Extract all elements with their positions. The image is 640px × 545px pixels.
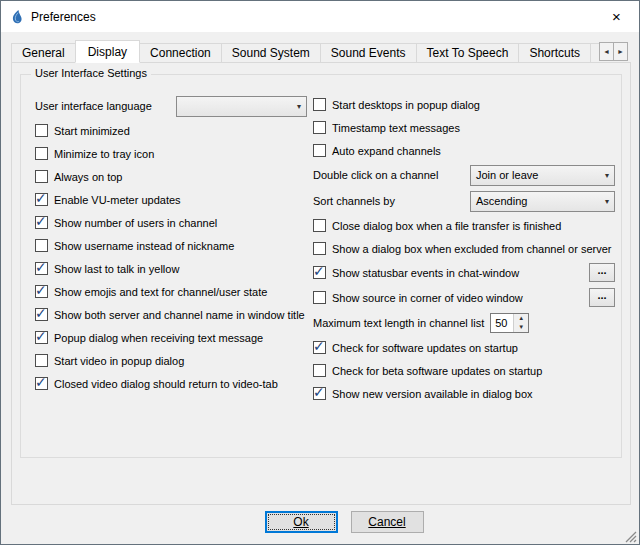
checkbox-icon[interactable] [35, 124, 48, 137]
checkbox-video-source-corner[interactable]: Show source in corner of video window ..… [313, 285, 615, 310]
checkbox-label: Check for beta software updates on start… [332, 365, 542, 377]
checkbox-icon[interactable] [313, 144, 326, 157]
checkbox-show-new-version[interactable]: Show new version available in dialog box [313, 382, 615, 405]
checkbox-icon[interactable] [313, 266, 326, 279]
max-text-length-row: Maximum text length in channel list 50 ▲… [313, 310, 615, 336]
checkbox-icon[interactable] [35, 377, 48, 390]
checkbox-icon[interactable] [35, 170, 48, 183]
checkbox-start-desktops-popup[interactable]: Start desktops in popup dialog [313, 93, 615, 116]
checkbox-icon[interactable] [313, 387, 326, 400]
arrow-left-icon: ◄ [603, 48, 610, 55]
tab-scroll-right-button[interactable]: ► [613, 42, 628, 61]
double-click-combobox-value: Join or leave [476, 169, 538, 181]
checkbox-icon[interactable] [313, 341, 326, 354]
spinner-arrows: ▲ ▼ [513, 314, 528, 332]
checkbox-excluded-dialog[interactable]: Show a dialog box when excluded from cha… [313, 237, 615, 260]
checkbox-icon[interactable] [35, 262, 48, 275]
video-source-config-button[interactable]: ... [589, 288, 615, 307]
checkbox-minimize-to-tray[interactable]: Minimize to tray icon [35, 142, 307, 165]
close-icon: × [612, 8, 621, 25]
cancel-button[interactable]: Cancel [351, 511, 424, 533]
checkbox-check-updates[interactable]: Check for software updates on startup [313, 336, 615, 359]
tab-general[interactable]: General [11, 43, 76, 63]
left-column: User interface language ▾ Start minimize… [35, 93, 307, 395]
arrow-right-icon: ► [617, 48, 624, 55]
group-title: User Interface Settings [31, 67, 151, 79]
checkbox-server-channel-title[interactable]: Show both server and channel name in win… [35, 303, 307, 326]
spin-down-icon[interactable]: ▼ [514, 323, 528, 332]
checkbox-icon[interactable] [313, 291, 326, 304]
checkbox-check-beta-updates[interactable]: Check for beta software updates on start… [313, 359, 615, 382]
double-click-row: Double click on a channel Join or leave … [313, 162, 615, 188]
checkbox-always-on-top[interactable]: Always on top [35, 165, 307, 188]
double-click-combobox[interactable]: Join or leave ▾ [470, 165, 615, 186]
checkbox-auto-expand-channels[interactable]: Auto expand channels [313, 139, 615, 162]
checkbox-show-emojis[interactable]: Show emojis and text for channel/user st… [35, 280, 307, 303]
double-click-label: Double click on a channel [313, 169, 438, 181]
max-text-length-value[interactable]: 50 [491, 314, 513, 332]
checkbox-icon[interactable] [35, 331, 48, 344]
tab-shortcuts[interactable]: Shortcuts [518, 43, 591, 63]
checkbox-label: Always on top [54, 171, 122, 183]
checkbox-timestamp-messages[interactable]: Timestamp text messages [313, 116, 615, 139]
spin-up-icon[interactable]: ▲ [514, 314, 528, 323]
checkbox-icon[interactable] [35, 193, 48, 206]
display-tab-pane: User Interface Settings User interface l… [11, 62, 631, 505]
group-user-interface-settings: User Interface Settings User interface l… [20, 74, 622, 458]
checkbox-icon[interactable] [35, 285, 48, 298]
tab-sound-system[interactable]: Sound System [221, 43, 321, 63]
checkbox-icon[interactable] [35, 308, 48, 321]
checkbox-enable-vu-meter[interactable]: Enable VU-meter updates [35, 188, 307, 211]
checkbox-label: Show a dialog box when excluded from cha… [332, 243, 611, 255]
tab-scroll-left-button[interactable]: ◄ [599, 42, 614, 61]
checkbox-popup-text-message[interactable]: Popup dialog when receiving text message [35, 326, 307, 349]
checkbox-label: Auto expand channels [332, 145, 441, 157]
language-label: User interface language [35, 100, 152, 112]
ok-button[interactable]: Ok [265, 511, 338, 533]
window-title: Preferences [31, 10, 594, 24]
titlebar[interactable]: Preferences × [1, 1, 639, 32]
sort-channels-combobox[interactable]: Ascending ▾ [470, 191, 615, 212]
checkbox-label: Show source in corner of video window [332, 292, 523, 304]
checkbox-icon[interactable] [35, 216, 48, 229]
checkbox-label: Show username instead of nickname [54, 240, 234, 252]
checkbox-label: Start desktops in popup dialog [332, 99, 480, 111]
checkbox-close-on-file-transfer[interactable]: Close dialog box when a file transfer is… [313, 214, 615, 237]
checkbox-label: Show emojis and text for channel/user st… [54, 286, 267, 298]
checkbox-last-talk-yellow[interactable]: Show last to talk in yellow [35, 257, 307, 280]
checkbox-label: Closed video dialog should return to vid… [54, 378, 278, 390]
checkbox-start-minimized[interactable]: Start minimized [35, 119, 307, 142]
resize-grip[interactable] [624, 529, 637, 542]
statusbar-events-config-button[interactable]: ... [589, 263, 615, 282]
checkbox-icon[interactable] [313, 364, 326, 377]
checkbox-icon[interactable] [35, 354, 48, 367]
tab-scroller: ◄ ► [600, 42, 628, 61]
tab-text-to-speech[interactable]: Text To Speech [416, 43, 520, 63]
checkbox-label: Start minimized [54, 125, 130, 137]
checkbox-closed-video-return[interactable]: Closed video dialog should return to vid… [35, 372, 307, 395]
checkbox-icon[interactable] [35, 147, 48, 160]
tab-connection[interactable]: Connection [139, 43, 222, 63]
chevron-down-icon: ▾ [605, 171, 609, 180]
checkbox-label: Enable VU-meter updates [54, 194, 181, 206]
language-combobox[interactable]: ▾ [176, 96, 307, 117]
max-text-length-spinner[interactable]: 50 ▲ ▼ [490, 313, 529, 333]
language-row: User interface language ▾ [35, 93, 307, 119]
checkbox-statusbar-events[interactable]: Show statusbar events in chat-window ... [313, 260, 615, 285]
checkbox-label: Check for software updates on startup [332, 342, 518, 354]
checkbox-icon[interactable] [313, 98, 326, 111]
checkbox-icon[interactable] [313, 121, 326, 134]
checkbox-label: Minimize to tray icon [54, 148, 154, 160]
checkbox-label: Show statusbar events in chat-window [332, 267, 519, 279]
checkbox-start-video-popup[interactable]: Start video in popup dialog [35, 349, 307, 372]
checkbox-icon[interactable] [35, 239, 48, 252]
checkbox-show-username[interactable]: Show username instead of nickname [35, 234, 307, 257]
checkbox-icon[interactable] [313, 242, 326, 255]
checkbox-show-user-count[interactable]: Show number of users in channel [35, 211, 307, 234]
checkbox-icon[interactable] [313, 219, 326, 232]
checkbox-label: Start video in popup dialog [54, 355, 184, 367]
close-button[interactable]: × [594, 1, 639, 32]
chevron-down-icon: ▾ [605, 197, 609, 206]
tab-display[interactable]: Display [75, 40, 140, 63]
tab-sound-events[interactable]: Sound Events [320, 43, 417, 63]
